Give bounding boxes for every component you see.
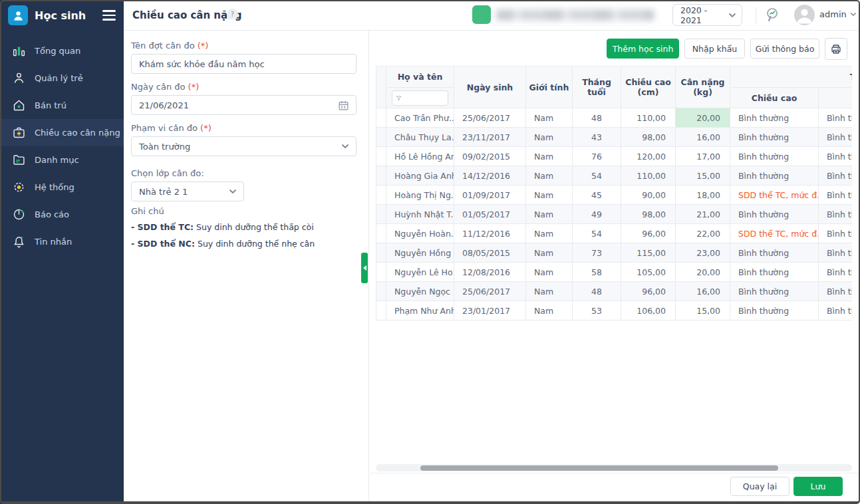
col-header-birth[interactable]: Ngày sinh [454, 66, 526, 108]
cell-weight[interactable]: 16,00 [676, 282, 730, 301]
class-select[interactable]: Nhà trẻ 2 1 [131, 182, 244, 201]
col-header-status-group: Tình trạng [730, 66, 853, 88]
table-row[interactable]: Hoàng Thị Ng...01/09/2017Nam4590,0018,00… [376, 186, 853, 205]
sidebar-item[interactable]: Chiều cao cân nặng [0, 119, 124, 146]
sidebar-item[interactable]: Tổng quan [0, 37, 124, 64]
cell-weight[interactable]: 21,00 [676, 205, 730, 224]
cell-weight[interactable]: 22,00 [676, 224, 730, 243]
cell-height[interactable]: 98,00 [621, 205, 676, 224]
cell-birth: 14/12/2016 [454, 166, 526, 186]
sidebar-item-label: Bán trú [35, 100, 67, 110]
table-row[interactable]: Hoàng Gia Anh14/12/2016Nam54110,0015,00B… [376, 166, 853, 186]
scrollbar-thumb[interactable] [420, 465, 778, 471]
col-header-gender[interactable]: Giới tính [526, 66, 573, 108]
cell-weight[interactable]: 20,00 [676, 108, 730, 128]
cell-height[interactable]: 98,00 [621, 128, 676, 147]
sliver-column-header [376, 66, 386, 108]
col-header-status-weight[interactable] [819, 88, 853, 108]
sidebar-item[interactable]: Bán trú [0, 92, 124, 119]
cell-status-height: Bình thường [730, 128, 819, 147]
cell-gender: Nam [526, 224, 573, 243]
table-row[interactable]: Châu Thụy La...23/11/2017Nam4398,0016,00… [376, 128, 853, 147]
cell-status-weight: Bình thường [819, 108, 853, 128]
cell-height[interactable]: 96,00 [621, 282, 676, 301]
search-chart-icon[interactable] [764, 6, 782, 25]
measurement-name-input[interactable] [131, 54, 357, 74]
cell-birth: 08/05/2015 [454, 243, 526, 263]
cell-weight[interactable]: 15,00 [676, 166, 730, 186]
cell-weight[interactable]: 17,00 [676, 147, 730, 166]
cell-height[interactable]: 110,00 [621, 108, 676, 128]
sidebar-item[interactable]: Tin nhắn [0, 228, 124, 255]
cell-birth: 01/05/2017 [454, 205, 526, 224]
cell-height[interactable]: 105,00 [621, 263, 676, 282]
import-button[interactable]: Nhập khẩu [684, 39, 745, 59]
send-notification-button[interactable]: Gửi thông báo [750, 39, 819, 59]
cell-weight[interactable]: 20,00 [676, 263, 730, 282]
col-header-weight[interactable]: Cân nặng (kg) [676, 66, 730, 108]
school-year-select[interactable]: 2020 - 2021 [672, 4, 742, 26]
col-header-months[interactable]: Tháng tuổi [573, 66, 621, 108]
cell-status-weight: Bình thường [819, 205, 853, 224]
add-student-button[interactable]: Thêm học sinh [607, 39, 679, 59]
chevron-down-icon [728, 13, 736, 18]
table-row[interactable]: Hồ Lê Hồng Anh09/02/2015Nam76120,0017,00… [376, 147, 853, 166]
print-button[interactable] [825, 38, 847, 60]
cell-weight[interactable]: 15,00 [676, 301, 730, 320]
cell-height[interactable]: 90,00 [621, 186, 676, 205]
cell-sliver [376, 243, 386, 263]
cell-height[interactable]: 106,00 [621, 301, 676, 320]
username: admin [819, 9, 847, 19]
name-filter-box[interactable] [392, 90, 448, 106]
cell-height[interactable]: 96,00 [621, 224, 676, 243]
cell-name: Phạm Như Anh [386, 301, 454, 320]
col-header-status-height[interactable]: Chiều cao [730, 88, 819, 108]
help-icon[interactable]: ? [227, 9, 238, 20]
cell-height[interactable]: 115,00 [621, 243, 676, 263]
cell-name: Hoàng Gia Anh [386, 166, 454, 186]
school-name-redacted [496, 9, 654, 21]
cell-gender: Nam [526, 166, 573, 186]
cell-status-weight: Bình thường [819, 166, 853, 186]
cell-status-weight: Bình thường [819, 224, 853, 243]
cell-height[interactable]: 110,00 [621, 166, 676, 186]
scope-select[interactable]: Toàn trường [131, 136, 357, 156]
measurement-date-input[interactable] [131, 95, 357, 115]
sidebar-item[interactable]: Hệ thống [0, 174, 124, 201]
table-row[interactable]: Nguyễn Ngọc ...25/06/2017Nam4896,0016,00… [376, 282, 853, 301]
horizontal-scrollbar[interactable] [376, 464, 852, 471]
cell-name: Nguyễn Lê Ho... [386, 263, 454, 282]
sidebar-item-label: Tổng quan [35, 46, 80, 56]
table-row[interactable]: Nguyễn Hồng ...08/05/2015Nam73115,0023,0… [376, 243, 853, 263]
cell-height[interactable]: 120,00 [621, 147, 676, 166]
cell-status-height: SDD thể TC, mức đ... [730, 224, 819, 243]
table-row[interactable]: Huỳnh Nhật T...01/05/2017Nam4998,0021,00… [376, 205, 853, 224]
cell-status-height: Bình thường [730, 301, 819, 320]
cell-status-weight: Bình thường [819, 128, 853, 147]
col-header-name[interactable]: Họ và tên [386, 66, 454, 88]
sidebar-item[interactable]: Quản lý trẻ [0, 64, 124, 92]
cell-weight[interactable]: 23,00 [676, 243, 730, 263]
table-row[interactable]: Phạm Như Anh23/01/2017Nam53106,0015,00Bì… [376, 301, 853, 320]
user-menu[interactable]: admin [819, 9, 857, 19]
chevron-down-icon [229, 189, 237, 194]
table-row[interactable]: Cao Trần Phư...25/06/2017Nam48110,0020,0… [376, 108, 853, 128]
back-button[interactable]: Quay lại [730, 477, 789, 496]
collapse-left-icon[interactable] [361, 253, 368, 283]
name-filter-input[interactable] [404, 93, 444, 102]
avatar[interactable] [794, 5, 815, 25]
app-title: Học sinh [35, 9, 102, 22]
save-button[interactable]: Lưu [793, 477, 843, 496]
sidebar-item[interactable]: Báo cáo [0, 201, 124, 228]
menu-toggle-icon[interactable] [102, 10, 116, 21]
sidebar-item[interactable]: Danh mục [0, 146, 124, 174]
col-header-height[interactable]: Chiều cao (cm) [621, 66, 676, 108]
printer-icon [830, 43, 842, 55]
cell-weight[interactable]: 18,00 [676, 186, 730, 205]
cell-name: Hồ Lê Hồng Anh [386, 147, 454, 166]
table-row[interactable]: Nguyễn Hoàn...11/12/2016Nam5496,0022,00S… [376, 224, 853, 243]
table-row[interactable]: Nguyễn Lê Ho...12/08/2016Nam58105,0020,0… [376, 263, 853, 282]
cell-weight[interactable]: 16,00 [676, 128, 730, 147]
bell-icon [11, 234, 27, 250]
cell-gender: Nam [526, 263, 573, 282]
